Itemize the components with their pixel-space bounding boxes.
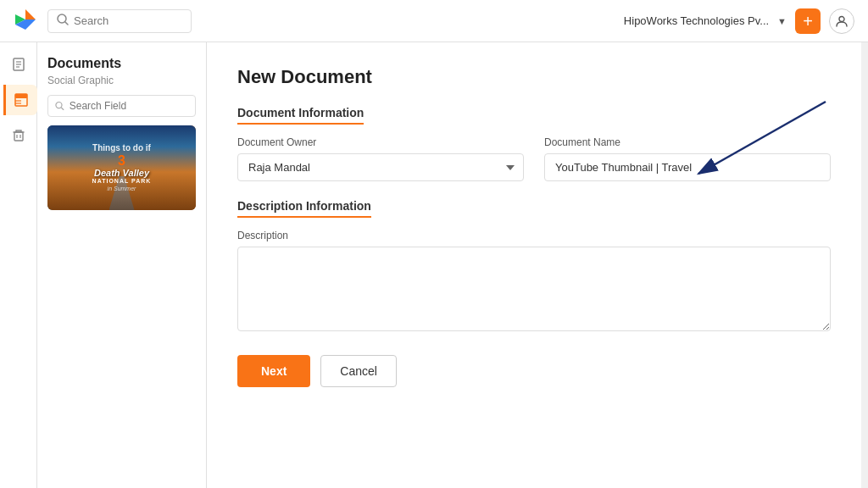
- sidebar-subtitle: Social Graphic: [47, 75, 196, 86]
- svg-point-14: [56, 103, 62, 108]
- icon-sidebar: [0, 42, 37, 488]
- name-label: Document Name: [544, 136, 831, 148]
- company-name: HipoWorks Technologies Pv...: [624, 14, 769, 27]
- page-title: New Document: [237, 66, 831, 88]
- documents-sidebar: Documents Social Graphic Things to do if…: [37, 42, 207, 488]
- sidebar-item-documents[interactable]: [3, 49, 34, 80]
- cancel-button[interactable]: Cancel: [320, 355, 397, 387]
- section-description-info: Description Information Description: [237, 198, 831, 331]
- global-search-input[interactable]: [74, 14, 167, 27]
- owner-group: Document Owner Raja Mandal: [237, 136, 524, 181]
- app-logo[interactable]: [14, 8, 37, 35]
- top-header: HipoWorks Technologies Pv... ▼ +: [0, 0, 868, 42]
- main-content: New Document Document Information Docume…: [207, 42, 861, 488]
- header-right: HipoWorks Technologies Pv... ▼ +: [624, 8, 854, 34]
- svg-rect-8: [15, 94, 27, 98]
- main-layout: Documents Social Graphic Things to do if…: [0, 42, 868, 488]
- sidebar-item-templates[interactable]: [3, 85, 37, 115]
- description-textarea[interactable]: [237, 247, 831, 331]
- company-dropdown-arrow[interactable]: ▼: [777, 16, 787, 26]
- section-document-info: Document Information Document Owner Raja…: [237, 105, 831, 181]
- description-label: Description: [237, 230, 831, 241]
- section1-title: Document Information: [237, 106, 364, 125]
- doc-thumbnail[interactable]: Things to do if 3 Death Valley NATIONAL …: [47, 125, 196, 210]
- sidebar-title: Documents: [47, 56, 196, 71]
- sidebar-item-trash[interactable]: [3, 120, 34, 151]
- svg-line-1: [65, 22, 68, 25]
- svg-point-2: [839, 16, 844, 21]
- document-name-input[interactable]: [544, 153, 831, 181]
- add-button[interactable]: +: [795, 8, 821, 34]
- document-info-row: Document Owner Raja Mandal Document Name: [237, 136, 831, 181]
- scrollbar[interactable]: [861, 42, 868, 488]
- name-group: Document Name: [544, 136, 831, 181]
- svg-rect-11: [14, 132, 23, 141]
- doc-search-bar[interactable]: [47, 95, 196, 117]
- user-profile-button[interactable]: [829, 8, 854, 34]
- owner-label: Document Owner: [237, 136, 524, 148]
- action-row: Next Cancel: [237, 355, 831, 387]
- global-search-bar[interactable]: [47, 9, 192, 33]
- section2-title: Description Information: [237, 199, 371, 218]
- description-group: Description: [237, 230, 831, 331]
- svg-line-15: [62, 108, 64, 109]
- search-icon: [57, 14, 69, 29]
- owner-select[interactable]: Raja Mandal: [237, 153, 524, 181]
- next-button[interactable]: Next: [237, 355, 310, 387]
- doc-search-input[interactable]: [70, 100, 188, 112]
